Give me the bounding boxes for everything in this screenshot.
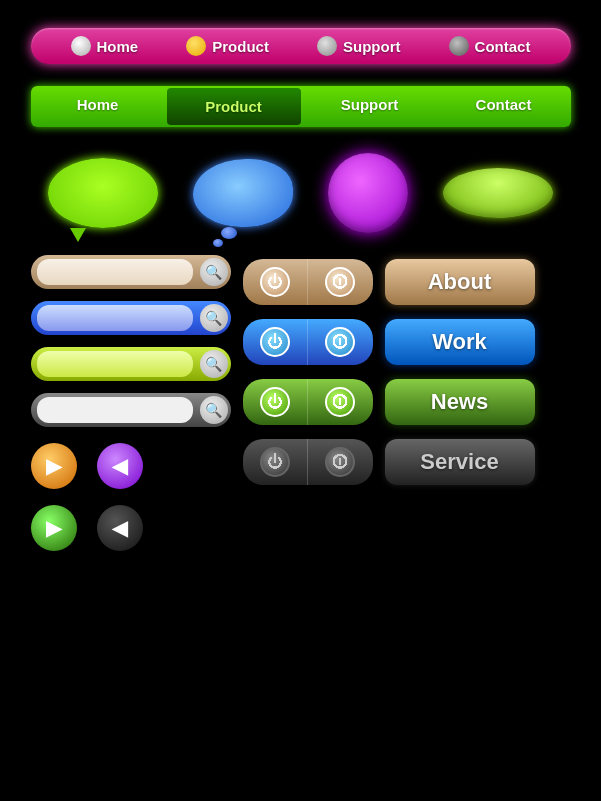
green-oval-button[interactable] <box>443 168 553 218</box>
green-nav-product[interactable]: Product <box>167 88 301 125</box>
top-nav-support[interactable]: Support <box>317 36 401 56</box>
top-nav-bar: Home Product Support Contact <box>31 28 571 64</box>
right-column: About Work News Service <box>385 255 535 551</box>
arrow-row-1: ▶ ◀ <box>31 443 231 489</box>
power-on-icon-green: ⏻ <box>260 387 290 417</box>
green-speech-bubble[interactable] <box>48 158 158 228</box>
power-pair-tan: ⏻ ⏼ <box>243 259 373 305</box>
arrow-right-green[interactable]: ▶ <box>31 505 77 551</box>
search-bar-yellowgreen[interactable]: 🔍 <box>31 347 231 381</box>
search-bar-white[interactable]: 🔍 <box>31 393 231 427</box>
power-off-dark[interactable]: ⏼ <box>308 439 373 485</box>
arrow-left-dark[interactable]: ◀ <box>97 505 143 551</box>
power-on-icon-tan: ⏻ <box>260 267 290 297</box>
power-pair-dark: ⏻ ⏼ <box>243 439 373 485</box>
news-button[interactable]: News <box>385 379 535 425</box>
blue-thought-bubble[interactable] <box>193 159 293 227</box>
search-input-tan[interactable] <box>37 259 193 285</box>
power-on-icon-blue: ⏻ <box>260 327 290 357</box>
arrow-right-orange[interactable]: ▶ <box>31 443 77 489</box>
search-button-tan[interactable]: 🔍 <box>200 258 228 286</box>
green-nav-support[interactable]: Support <box>303 86 437 127</box>
shapes-row <box>31 153 571 233</box>
top-nav-product[interactable]: Product <box>186 36 269 56</box>
search-bar-tan[interactable]: 🔍 <box>31 255 231 289</box>
power-off-icon-green: ⏼ <box>325 387 355 417</box>
work-button[interactable]: Work <box>385 319 535 365</box>
search-input-blue[interactable] <box>37 305 193 331</box>
power-off-icon-tan: ⏼ <box>325 267 355 297</box>
product-circle <box>186 36 206 56</box>
contact-circle <box>449 36 469 56</box>
power-off-icon-blue: ⏼ <box>325 327 355 357</box>
search-input-white[interactable] <box>37 397 193 423</box>
search-button-blue[interactable]: 🔍 <box>200 304 228 332</box>
power-off-icon-dark: ⏼ <box>325 447 355 477</box>
top-nav-product-label: Product <box>212 38 269 55</box>
green-nav-home[interactable]: Home <box>31 86 165 127</box>
power-off-blue[interactable]: ⏼ <box>308 319 373 365</box>
arrow-left-purple[interactable]: ◀ <box>97 443 143 489</box>
left-arrow-icon-2: ◀ <box>112 516 127 540</box>
main-area: 🔍 🔍 🔍 🔍 ▶ ◀ ▶ ◀ <box>31 255 571 551</box>
power-on-green[interactable]: ⏻ <box>243 379 309 425</box>
search-bar-blue[interactable]: 🔍 <box>31 301 231 335</box>
search-input-yellowgreen[interactable] <box>37 351 193 377</box>
about-button[interactable]: About <box>385 259 535 305</box>
right-arrow-icon: ▶ <box>46 454 61 478</box>
search-button-yellowgreen[interactable]: 🔍 <box>200 350 228 378</box>
arrow-row-2: ▶ ◀ <box>31 505 231 551</box>
top-nav-contact-label: Contact <box>475 38 531 55</box>
power-on-tan[interactable]: ⏻ <box>243 259 309 305</box>
power-pair-green: ⏻ ⏼ <box>243 379 373 425</box>
power-off-tan[interactable]: ⏼ <box>308 259 373 305</box>
middle-column: ⏻ ⏼ ⏻ ⏼ ⏻ ⏼ ⏻ ⏼ <box>243 255 373 551</box>
support-circle <box>317 36 337 56</box>
green-nav-bar: Home Product Support Contact <box>31 86 571 127</box>
search-button-white[interactable]: 🔍 <box>200 396 228 424</box>
left-column: 🔍 🔍 🔍 🔍 ▶ ◀ ▶ ◀ <box>31 255 231 551</box>
top-nav-contact[interactable]: Contact <box>449 36 531 56</box>
right-arrow-icon-2: ▶ <box>46 516 61 540</box>
service-button[interactable]: Service <box>385 439 535 485</box>
power-on-icon-dark: ⏻ <box>260 447 290 477</box>
power-on-blue[interactable]: ⏻ <box>243 319 309 365</box>
green-nav-contact[interactable]: Contact <box>437 86 571 127</box>
power-off-green[interactable]: ⏼ <box>308 379 373 425</box>
top-nav-support-label: Support <box>343 38 401 55</box>
power-pair-blue: ⏻ ⏼ <box>243 319 373 365</box>
home-circle <box>71 36 91 56</box>
top-nav-home[interactable]: Home <box>71 36 139 56</box>
power-on-dark[interactable]: ⏻ <box>243 439 309 485</box>
purple-circle-button[interactable] <box>328 153 408 233</box>
left-arrow-icon: ◀ <box>112 454 127 478</box>
top-nav-home-label: Home <box>97 38 139 55</box>
